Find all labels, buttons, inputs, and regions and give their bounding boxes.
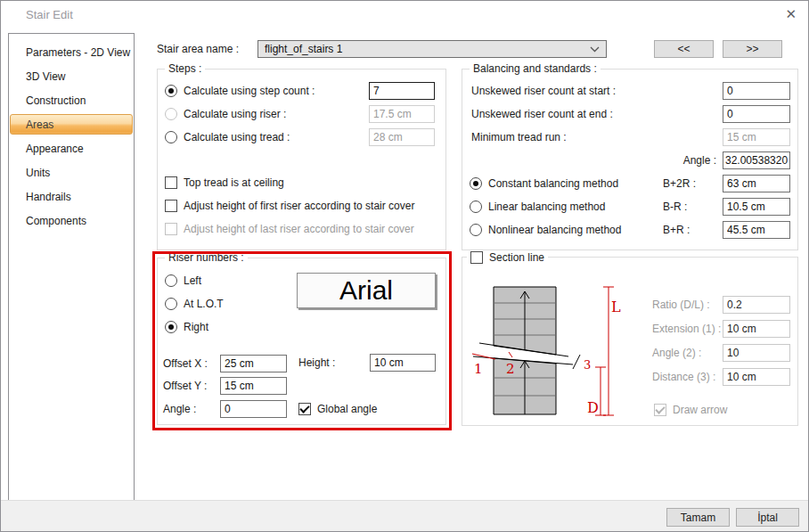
close-icon[interactable]: ✕: [785, 6, 797, 22]
stair-edit-dialog: Stair Edit ✕ Parameters - 2D View 3D Vie…: [0, 0, 809, 532]
riser-right-radio-row[interactable]: Right: [165, 320, 208, 334]
draw-arrow-checkbox-row: Draw arrow: [654, 403, 727, 417]
stair-area-name-value: flight_of_stairs 1: [265, 43, 342, 55]
adjust-first-riser-label: Adjust height of first riser according t…: [184, 200, 414, 212]
steps-group: Steps : Calculate using step count : Cal…: [157, 69, 446, 250]
sidebar-item-parameters-2d-view[interactable]: Parameters - 2D View: [9, 40, 134, 64]
ratio-label: Ratio (D/L) :: [652, 299, 710, 311]
calc-step-count-radio-row[interactable]: Calculate using step count :: [165, 82, 315, 100]
b-plus-2r-input[interactable]: [723, 175, 790, 192]
previous-area-button[interactable]: <<: [654, 40, 714, 58]
balancing-angle-input[interactable]: [723, 151, 790, 169]
radio-icon[interactable]: [470, 224, 482, 236]
checkbox-icon[interactable]: [298, 403, 311, 415]
extension-input: [723, 320, 790, 338]
sidebar-item-components[interactable]: Components: [9, 209, 134, 233]
constant-balancing-label: Constant balancing method: [488, 177, 618, 190]
nonlinear-balancing-radio-row[interactable]: Nonlinear balancing method: [470, 221, 621, 239]
riser-right-label: Right: [184, 321, 208, 333]
radio-icon[interactable]: [470, 177, 482, 190]
adjust-first-riser-checkbox-row[interactable]: Adjust height of first riser according t…: [165, 199, 414, 213]
min-tread-run-label: Minimum tread run :: [471, 131, 567, 143]
stair-area-name-label: Stair area name :: [157, 43, 239, 55]
riser-left-radio-row[interactable]: Left: [165, 274, 201, 288]
radio-icon[interactable]: [165, 298, 177, 310]
global-angle-label: Global angle: [317, 403, 377, 415]
height-input[interactable]: [370, 354, 436, 372]
b-plus-2r-label: B+2R :: [663, 177, 696, 190]
cancel-button[interactable]: İptal: [736, 508, 799, 527]
diagram-label-2: 2: [506, 361, 515, 377]
font-select-button[interactable]: Arial: [297, 273, 436, 308]
nonlinear-balancing-label: Nonlinear balancing method: [488, 224, 621, 236]
unskewed-end-input[interactable]: [723, 105, 790, 123]
checkbox-icon[interactable]: [165, 200, 177, 212]
stair-area-name-select[interactable]: flight_of_stairs 1: [257, 40, 607, 58]
sidebar-item-units[interactable]: Units: [9, 160, 134, 184]
tread-input: [369, 128, 435, 146]
radio-icon[interactable]: [165, 108, 177, 120]
b-minus-r-input[interactable]: [723, 198, 790, 216]
section-line-group: Section line: [462, 257, 798, 426]
draw-arrow-label: Draw arrow: [673, 404, 727, 416]
ok-button[interactable]: Tamam: [666, 508, 730, 527]
min-tread-run-input: [723, 128, 790, 146]
checkbox-icon[interactable]: [470, 251, 483, 264]
riser-at-lot-radio-row[interactable]: At L.O.T: [165, 297, 224, 311]
diagram-label-3: 3: [584, 358, 591, 372]
riser-numbers-group-title: Riser numbers :: [165, 251, 248, 264]
top-tread-ceiling-label: Top tread is at ceiling: [184, 176, 284, 189]
b-minus-r-label: B-R :: [663, 201, 687, 213]
constant-balancing-radio-row[interactable]: Constant balancing method: [470, 175, 618, 192]
offset-y-label: Offset Y :: [163, 380, 207, 392]
distance-label: Distance (3) :: [652, 371, 715, 383]
riser-at-lot-label: At L.O.T: [184, 298, 224, 310]
balancing-angle-label: Angle :: [623, 154, 716, 167]
section-angle-label: Angle (2) :: [652, 347, 701, 359]
sidebar-item-3d-view[interactable]: 3D View: [9, 64, 134, 88]
b-plus-r-input[interactable]: [723, 221, 790, 239]
height-label: Height :: [298, 356, 335, 369]
radio-icon[interactable]: [165, 321, 177, 333]
diagram-label-L: L: [611, 299, 621, 315]
distance-input: [723, 368, 790, 386]
radio-icon[interactable]: [165, 274, 177, 287]
section-angle-input: [723, 344, 790, 362]
checkbox-icon: [654, 404, 666, 416]
offset-x-input[interactable]: [220, 355, 287, 372]
sidebar-item-areas[interactable]: Areas: [10, 114, 133, 135]
calc-riser-radio-row[interactable]: Calculate using riser :: [165, 105, 286, 123]
global-angle-checkbox-row[interactable]: Global angle: [298, 402, 377, 416]
radio-icon[interactable]: [470, 201, 482, 213]
calc-step-count-label: Calculate using step count :: [184, 85, 315, 97]
radio-icon[interactable]: [165, 131, 177, 143]
ratio-input: [723, 296, 790, 314]
sidebar-item-appearance[interactable]: Appearance: [9, 136, 134, 160]
checkbox-icon[interactable]: [165, 176, 177, 189]
adjust-last-riser-checkbox-row: Adjust height of last riser according to…: [165, 222, 414, 236]
linear-balancing-radio-row[interactable]: Linear balancing method: [470, 198, 605, 216]
calc-tread-radio-row[interactable]: Calculate using tread :: [165, 128, 290, 146]
checkbox-icon: [165, 223, 177, 235]
chevron-down-icon: [590, 43, 600, 55]
riser-angle-input[interactable]: [220, 400, 287, 418]
sidebar-item-handrails[interactable]: Handrails: [9, 184, 134, 209]
window-title: Stair Edit: [26, 8, 73, 21]
radio-icon[interactable]: [165, 85, 177, 97]
sidebar-item-construction[interactable]: Construction: [9, 88, 134, 112]
section-line-checkbox-row[interactable]: Section line: [467, 251, 548, 264]
top-tread-ceiling-checkbox-row[interactable]: Top tread is at ceiling: [165, 176, 284, 190]
section-line-label: Section line: [489, 251, 544, 264]
footer-bar: Tamam İptal: [1, 500, 808, 531]
unskewed-start-input[interactable]: [723, 82, 790, 100]
balancing-group: Balancing and standards : Unskewed riser…: [462, 69, 798, 250]
linear-balancing-label: Linear balancing method: [488, 201, 605, 213]
adjust-last-riser-label: Adjust height of last riser according to…: [184, 223, 414, 235]
diagram-label-1: 1: [474, 361, 483, 377]
riser-angle-label: Angle :: [163, 403, 196, 415]
next-area-button[interactable]: >>: [723, 40, 782, 58]
offset-y-input[interactable]: [220, 377, 287, 395]
balancing-group-title: Balancing and standards :: [470, 62, 601, 75]
step-count-input[interactable]: [369, 82, 435, 100]
riser-numbers-group: Riser numbers : Left At L.O.T Right Aria…: [157, 258, 446, 425]
